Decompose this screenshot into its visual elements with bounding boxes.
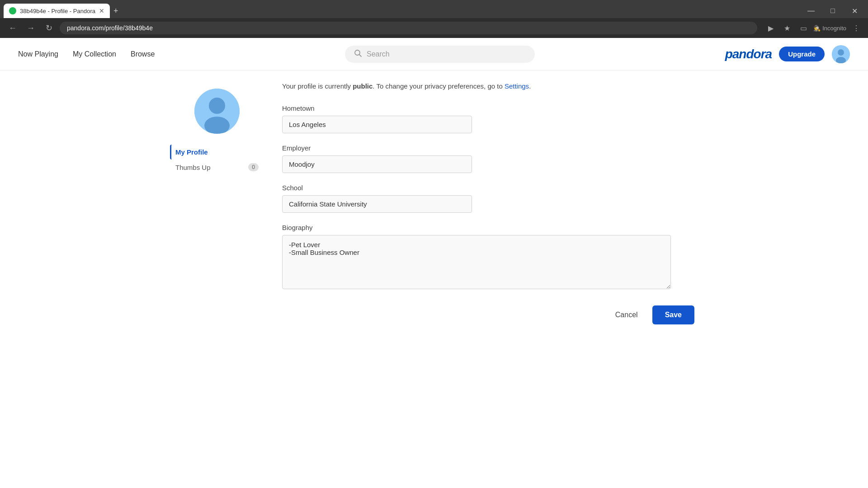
tab-close-button[interactable]: ✕ bbox=[99, 7, 104, 14]
school-input[interactable] bbox=[282, 195, 472, 213]
hometown-field-group: Hometown bbox=[282, 104, 694, 133]
cancel-button[interactable]: Cancel bbox=[608, 306, 645, 324]
cast-icon[interactable]: ▶ bbox=[764, 22, 777, 34]
split-view-icon[interactable]: ▭ bbox=[797, 22, 810, 34]
browser-tab: 38b49b4e - Profile - Pandora ✕ bbox=[4, 4, 110, 18]
browser-chrome: 38b49b4e - Profile - Pandora ✕ + — □ ✕ ←… bbox=[0, 0, 868, 38]
search-input[interactable] bbox=[367, 50, 526, 58]
hometown-input[interactable] bbox=[282, 116, 472, 133]
search-bar bbox=[345, 46, 535, 63]
incognito-label: Incognito bbox=[822, 25, 846, 32]
app-header: Now Playing My Collection Browse pandora… bbox=[0, 38, 868, 70]
forward-button[interactable]: → bbox=[24, 21, 38, 35]
toolbar-right: ▶ ★ ▭ 🕵 Incognito ⋮ bbox=[764, 22, 863, 34]
close-button[interactable]: ✕ bbox=[848, 5, 861, 17]
sidebar-item-thumbs-up[interactable]: Thumbs Up 0 bbox=[170, 160, 264, 175]
app: Now Playing My Collection Browse pandora… bbox=[0, 38, 868, 488]
new-tab-button[interactable]: + bbox=[110, 6, 122, 16]
svg-line-1 bbox=[359, 54, 362, 56]
incognito-icon: 🕵 bbox=[813, 25, 821, 32]
employer-label: Employer bbox=[282, 144, 694, 152]
biography-textarea[interactable]: -Pet Lover -Small Business Owner bbox=[282, 235, 671, 289]
minimize-button[interactable]: — bbox=[805, 5, 817, 17]
tab-title: 38b49b4e - Profile - Pandora bbox=[20, 8, 95, 14]
sidebar-item-label: My Profile bbox=[175, 148, 208, 156]
sidebar-item-label: Thumbs Up bbox=[175, 164, 211, 171]
header-right: pandora Upgrade bbox=[725, 45, 850, 63]
settings-link[interactable]: Settings bbox=[505, 82, 529, 90]
incognito-button[interactable]: 🕵 Incognito bbox=[813, 25, 846, 32]
form-actions: Cancel Save bbox=[282, 305, 694, 324]
biography-field-group: Biography -Pet Lover -Small Business Own… bbox=[282, 224, 694, 291]
sidebar-item-my-profile[interactable]: My Profile bbox=[170, 145, 264, 160]
privacy-notice-bold: public bbox=[353, 82, 373, 90]
sidebar: My Profile Thumbs Up 0 bbox=[163, 81, 271, 324]
tab-favicon bbox=[9, 7, 16, 14]
upgrade-button[interactable]: Upgrade bbox=[779, 47, 825, 61]
search-icon bbox=[354, 49, 362, 59]
sidebar-avatar bbox=[194, 89, 240, 134]
employer-input[interactable] bbox=[282, 155, 472, 173]
now-playing-link[interactable]: Now Playing bbox=[18, 50, 58, 58]
my-collection-link[interactable]: My Collection bbox=[73, 50, 116, 58]
biography-label: Biography bbox=[282, 224, 694, 231]
privacy-notice-suffix: . To change your privacy preferences, go… bbox=[373, 82, 505, 90]
employer-field-group: Employer bbox=[282, 144, 694, 173]
address-bar[interactable] bbox=[60, 22, 757, 34]
sidebar-item-badge: 0 bbox=[248, 163, 259, 171]
browser-tab-bar: 38b49b4e - Profile - Pandora ✕ + — □ ✕ bbox=[0, 0, 868, 18]
search-container bbox=[155, 46, 725, 63]
more-options-icon[interactable]: ⋮ bbox=[850, 22, 863, 34]
bookmark-icon[interactable]: ★ bbox=[781, 22, 793, 34]
window-controls: — □ ✕ bbox=[805, 5, 868, 17]
privacy-notice: Your profile is currently public. To cha… bbox=[282, 81, 694, 92]
main-content: My Profile Thumbs Up 0 Your profile is c… bbox=[163, 70, 705, 335]
browser-toolbar: ← → ↻ ▶ ★ ▭ 🕵 Incognito ⋮ bbox=[0, 18, 868, 38]
privacy-notice-prefix: Your profile is currently bbox=[282, 82, 353, 90]
profile-content: Your profile is currently public. To cha… bbox=[271, 81, 705, 324]
save-button[interactable]: Save bbox=[652, 305, 694, 324]
svg-point-6 bbox=[209, 98, 225, 114]
sidebar-navigation: My Profile Thumbs Up 0 bbox=[170, 145, 264, 175]
hometown-label: Hometown bbox=[282, 104, 694, 112]
maximize-button[interactable]: □ bbox=[826, 5, 839, 17]
svg-point-3 bbox=[838, 49, 844, 56]
main-nav: Now Playing My Collection Browse bbox=[18, 50, 155, 58]
user-avatar[interactable] bbox=[832, 45, 850, 63]
browse-link[interactable]: Browse bbox=[131, 50, 155, 58]
school-field-group: School bbox=[282, 184, 694, 213]
pandora-logo: pandora bbox=[725, 47, 772, 61]
reload-button[interactable]: ↻ bbox=[42, 21, 56, 35]
back-button[interactable]: ← bbox=[5, 21, 20, 35]
school-label: School bbox=[282, 184, 694, 192]
